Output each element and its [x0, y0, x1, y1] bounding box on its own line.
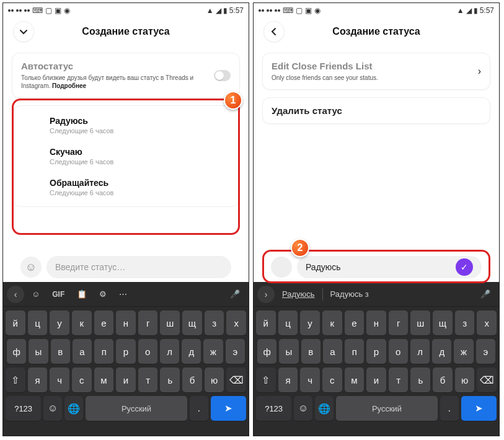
- edit-friends-title: Edit Close Friends List: [272, 61, 378, 71]
- phone-left: ⌨ ▢ ▣ ◉ ▲ ◢ ▮ 5:57 Создание статуса: [2, 2, 249, 436]
- mic-icon[interactable]: 🎤: [475, 289, 495, 299]
- shazam-icon: ◉: [64, 6, 70, 15]
- content: Edit Close Friends List Only close frien…: [254, 46, 499, 282]
- globe-key[interactable]: 🌐: [64, 396, 83, 421]
- clock: 5:57: [229, 6, 244, 15]
- mic-icon[interactable]: 🎤: [225, 289, 245, 299]
- key-row-1: йцукенгшщзх: [256, 310, 497, 335]
- status-input-bar: ☺ Введите статус…: [20, 256, 231, 278]
- status-bar: ⌨ ▢ ▣ ◉ ▲ ◢ ▮ 5:57: [3, 3, 249, 17]
- back-button[interactable]: [263, 21, 285, 42]
- status-option[interactable]: Радуюсь Следующие 6 часов: [12, 110, 239, 141]
- page-title: Создание статуса: [34, 26, 218, 37]
- signal-icon: ◢: [216, 6, 221, 15]
- edit-friends-card[interactable]: Edit Close Friends List Only close frien…: [262, 53, 490, 90]
- emoji-key[interactable]: ☺: [43, 396, 62, 421]
- clipboard-icon[interactable]: 📋: [72, 289, 92, 299]
- period-key[interactable]: .: [190, 396, 208, 421]
- chevron-right-icon[interactable]: ›: [257, 286, 275, 303]
- step-badge-2: 2: [291, 239, 309, 257]
- emoji-button[interactable]: [271, 257, 292, 278]
- globe-key[interactable]: 🌐: [315, 396, 334, 421]
- sticker-icon[interactable]: ☺: [27, 289, 45, 299]
- tab-icon: ▣: [55, 6, 61, 15]
- status-option[interactable]: Скучаю Следующие 6 часов: [12, 141, 239, 172]
- battery-icon: ▮: [223, 6, 228, 15]
- wifi-icon: ▲: [206, 6, 214, 15]
- collapse-button[interactable]: [13, 21, 34, 42]
- keyboard-toolbar: ‹ ☺ GIF 📋 ⚙ ⋯ 🎤: [3, 282, 249, 307]
- status-bar: ⌨ ▢ ▣ ◉ ▲ ◢ ▮ 5:57: [254, 3, 499, 17]
- settings-icon[interactable]: ⚙: [94, 289, 112, 299]
- emoji-key[interactable]: ☺: [294, 396, 312, 421]
- status-option[interactable]: Обращайтесь Следующие 6 часов: [12, 172, 239, 203]
- chevron-left-icon[interactable]: ‹: [7, 286, 24, 303]
- status-input[interactable]: Радуюсь ✓: [297, 256, 482, 278]
- keyboard-suggestions: › Радуюсь Радуюсь з 🎤: [254, 282, 499, 307]
- chevron-right-icon: ›: [478, 66, 481, 77]
- key-row-4: ?123 ☺ 🌐 Русский . ➤: [6, 396, 246, 421]
- backspace-key[interactable]: ⌫: [477, 367, 497, 392]
- status-input[interactable]: Введите статус…: [46, 256, 231, 278]
- keyboard-icon: ⌨: [32, 6, 43, 15]
- battery-icon: ▮: [474, 6, 478, 15]
- autostatus-more[interactable]: Подробнее: [52, 82, 86, 89]
- content: Автостатус Только близкие друзья будут в…: [3, 46, 249, 282]
- confirm-button[interactable]: ✓: [456, 258, 473, 276]
- suggestion[interactable]: Радуюсь з: [325, 289, 374, 299]
- numbers-key[interactable]: ?123: [6, 396, 41, 421]
- status-options-card: Радуюсь Следующие 6 часов Скучаю Следующ…: [12, 105, 240, 207]
- instagram-icon: ▢: [296, 6, 303, 15]
- instagram-icon: ▢: [45, 6, 52, 15]
- status-input-bar: Радуюсь ✓: [271, 256, 482, 278]
- edit-friends-sub: Only close friends can see your status.: [272, 74, 378, 82]
- shift-key[interactable]: ⇧: [6, 367, 25, 392]
- key[interactable]: й: [6, 310, 25, 335]
- emoji-button[interactable]: ☺: [20, 257, 42, 278]
- shift-key[interactable]: ⇧: [256, 367, 276, 392]
- key-row-4: ?123 ☺ 🌐 Русский . ➤: [256, 396, 497, 421]
- page-title: Создание статуса: [285, 26, 468, 37]
- backspace-key[interactable]: ⌫: [226, 367, 246, 392]
- clock: 5:57: [480, 6, 494, 15]
- shazam-icon: ◉: [314, 6, 321, 15]
- key-row-1: йцукенгшщзх: [6, 310, 246, 335]
- autostatus-card[interactable]: Автостатус Только близкие друзья будут в…: [12, 53, 240, 98]
- autostatus-sub: Только близкие друзья будут видеть ваш с…: [21, 74, 214, 90]
- numbers-key[interactable]: ?123: [256, 396, 291, 421]
- send-key[interactable]: ➤: [461, 396, 497, 421]
- phone-right: ⌨ ▢ ▣ ◉ ▲ ◢ ▮ 5:57 Создание статуса: [253, 2, 500, 436]
- send-key[interactable]: ➤: [211, 396, 246, 421]
- keyboard[interactable]: › Радуюсь Радуюсь з 🎤 йцукенгшщзх фывапр…: [254, 282, 499, 436]
- key-row-3: ⇧ ячсмитьбю ⌫: [256, 367, 497, 392]
- space-key[interactable]: Русский: [336, 396, 438, 421]
- period-key[interactable]: .: [440, 396, 459, 421]
- key-row-2: фывапролджэ: [256, 339, 497, 364]
- keyboard[interactable]: ‹ ☺ GIF 📋 ⚙ ⋯ 🎤 йцукенгшщзх фывапролджэ …: [3, 282, 249, 436]
- autostatus-toggle[interactable]: [214, 70, 231, 81]
- header: Создание статуса: [254, 17, 499, 46]
- space-key[interactable]: Русский: [86, 396, 187, 421]
- header: Создание статуса: [3, 17, 249, 46]
- step-badge-1: 1: [224, 91, 242, 110]
- signal-icon: ◢: [466, 6, 472, 15]
- tab-icon: ▣: [305, 6, 312, 15]
- key-row-2: фывапролджэ: [6, 339, 246, 364]
- gif-button[interactable]: GIF: [47, 290, 69, 299]
- delete-status-label: Удалить статус: [272, 105, 481, 116]
- key-row-3: ⇧ ячсмитьбю ⌫: [6, 367, 246, 392]
- autostatus-title: Автостатус: [21, 61, 214, 71]
- more-icon[interactable]: ⋯: [114, 289, 132, 299]
- suggestion[interactable]: Радуюсь: [277, 289, 320, 299]
- wifi-icon: ▲: [457, 6, 464, 15]
- delete-status-card[interactable]: Удалить статус: [262, 97, 490, 124]
- keyboard-icon: ⌨: [283, 6, 293, 15]
